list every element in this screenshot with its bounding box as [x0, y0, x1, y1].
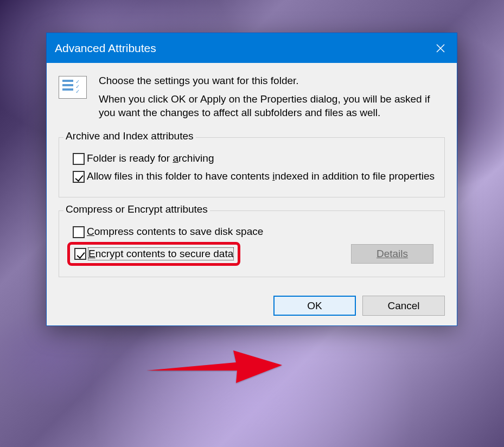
dialog-buttons: OK Cancel [47, 288, 457, 325]
index-label[interactable]: Allow files in this folder to have conte… [87, 170, 435, 183]
compress-encrypt-group: Compress or Encrypt attributes Compress … [59, 210, 445, 277]
dialog-title: Advanced Attributes [55, 42, 156, 55]
encrypt-checkbox[interactable] [74, 248, 86, 260]
compress-row: Compress contents to save disk space [73, 225, 436, 239]
intro-section: Choose the settings you want for this fo… [59, 74, 445, 124]
compress-encrypt-legend: Compress or Encrypt attributes [63, 203, 210, 215]
archive-label[interactable]: Folder is ready for archiving [87, 152, 214, 165]
compress-label[interactable]: Compress contents to save disk space [87, 225, 263, 239]
encrypt-details-row: Encrypt contents to secure data Details [67, 242, 436, 266]
close-button[interactable] [424, 33, 457, 63]
archive-checkbox[interactable] [73, 153, 85, 165]
ok-button[interactable]: OK [273, 296, 356, 316]
index-checkbox[interactable] [73, 171, 85, 183]
titlebar[interactable]: Advanced Attributes [47, 33, 457, 63]
close-icon [436, 43, 445, 53]
dialog-body: Choose the settings you want for this fo… [47, 63, 457, 288]
folder-settings-icon [59, 76, 87, 99]
intro-line1: Choose the settings you want for this fo… [99, 74, 445, 88]
details-button: Details [351, 244, 433, 264]
index-row: Allow files in this folder to have conte… [73, 170, 436, 183]
archive-row: Folder is ready for archiving [73, 152, 436, 165]
advanced-attributes-dialog: Advanced Attributes Choose the settings … [46, 33, 457, 326]
intro-line2: When you click OK or Apply on the Proper… [99, 92, 445, 120]
compress-checkbox[interactable] [73, 226, 85, 238]
archive-index-legend: Archive and Index attributes [63, 130, 196, 142]
intro-text: Choose the settings you want for this fo… [99, 74, 445, 124]
archive-index-group: Archive and Index attributes Folder is r… [59, 137, 445, 197]
annotation-arrow-icon [144, 341, 285, 389]
cancel-button[interactable]: Cancel [362, 296, 445, 316]
encrypt-label[interactable]: Encrypt contents to secure data [88, 248, 233, 260]
encrypt-highlight: Encrypt contents to secure data [67, 242, 240, 266]
